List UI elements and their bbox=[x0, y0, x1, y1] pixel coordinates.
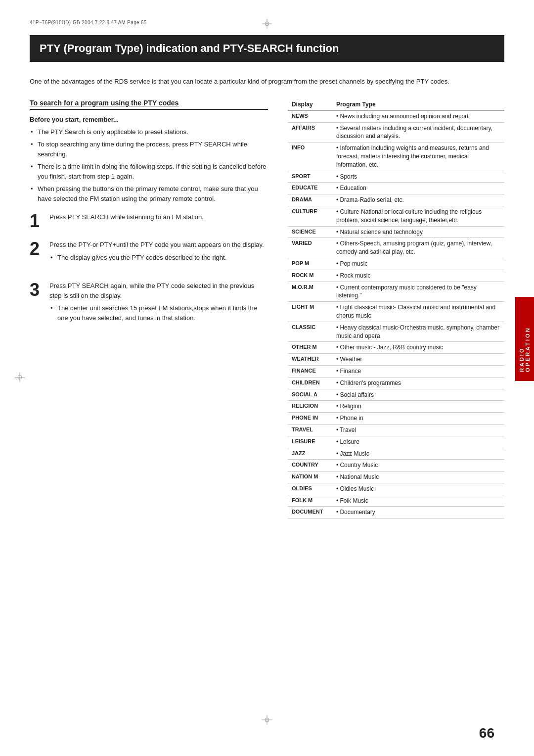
sub-heading: Before you start, remember... bbox=[30, 116, 268, 123]
description-cell: • Jazz Music bbox=[332, 448, 504, 460]
display-cell: OLDIES bbox=[288, 483, 332, 495]
table-row: OLDIES• Oldies Music bbox=[288, 483, 504, 495]
step-3-main: Press PTY SEARCH again, while the PTY co… bbox=[49, 281, 268, 300]
table-row: AFFAIRS• Several matters including a cur… bbox=[288, 122, 504, 142]
display-cell: NEWS bbox=[288, 110, 332, 122]
crosshair-top bbox=[262, 19, 272, 30]
display-cell: LEISURE bbox=[288, 436, 332, 448]
table-row: COUNTRY• Country Music bbox=[288, 460, 504, 472]
description-cell: • News including an announced opinion an… bbox=[332, 110, 504, 122]
step-3-sub-item: The center unit searches 15 preset FM st… bbox=[49, 303, 268, 323]
display-cell: LIGHT M bbox=[288, 302, 332, 322]
intro-text: One of the advantages of the RDS service… bbox=[30, 77, 475, 87]
table-row: JAZZ• Jazz Music bbox=[288, 448, 504, 460]
page-title: PTY (Program Type) indication and PTY-SE… bbox=[40, 42, 494, 55]
description-cell: • Children's programmes bbox=[332, 377, 504, 389]
description-cell: • Religion bbox=[332, 401, 504, 413]
col2-header: Program Type bbox=[332, 99, 504, 110]
page-number: 66 bbox=[479, 725, 494, 741]
display-cell: PHONE IN bbox=[288, 413, 332, 425]
display-cell: WEATHER bbox=[288, 354, 332, 366]
table-row: VARIED• Others-Speech, amusing program (… bbox=[288, 238, 504, 258]
display-cell: INFO bbox=[288, 142, 332, 171]
display-cell: CHILDREN bbox=[288, 377, 332, 389]
step-3-block: 3 Press PTY SEARCH again, while the PTY … bbox=[30, 281, 268, 331]
description-cell: • Rock music bbox=[332, 270, 504, 282]
table-row: CULTURE• Culture-National or local cultu… bbox=[288, 206, 504, 226]
step-1-content: Press PTY SEARCH while listenning to an … bbox=[49, 212, 268, 225]
display-cell: CULTURE bbox=[288, 206, 332, 226]
display-cell: FINANCE bbox=[288, 365, 332, 377]
table-row: NATION M• National Music bbox=[288, 472, 504, 483]
page-wrapper: 41P~76P(910HD)-GB 2004.7.22 8:47 AM Page… bbox=[0, 0, 534, 756]
display-cell: POP M bbox=[288, 258, 332, 270]
description-cell: • Drama-Radio serial, etc. bbox=[332, 194, 504, 206]
table-row: LIGHT M• Light classical music- Classica… bbox=[288, 302, 504, 322]
description-cell: • Oldies Music bbox=[332, 483, 504, 495]
step-2-content: Press the PTY-or PTY+until the PTY code … bbox=[49, 240, 268, 271]
table-row: FINANCE• Finance bbox=[288, 365, 504, 377]
display-cell: SCIENCE bbox=[288, 226, 332, 238]
display-cell: AFFAIRS bbox=[288, 122, 332, 142]
table-row: TRAVEL• Travel bbox=[288, 424, 504, 436]
table-row: SPORT• Sports bbox=[288, 171, 504, 183]
description-cell: • National Music bbox=[332, 472, 504, 483]
display-cell: NATION M bbox=[288, 472, 332, 483]
table-row: ROCK M• Rock music bbox=[288, 270, 504, 282]
step-1-main: Press PTY SEARCH while listenning to an … bbox=[49, 212, 268, 222]
display-cell: EDUCATE bbox=[288, 183, 332, 194]
crosshair-bottom bbox=[262, 715, 272, 726]
right-column: Display Program Type NEWS• News includin… bbox=[288, 99, 504, 519]
table-row: OTHER M• Other music - Jazz, R&B country… bbox=[288, 342, 504, 354]
description-cell: • Other music - Jazz, R&B country music bbox=[332, 342, 504, 354]
step-1-block: 1 Press PTY SEARCH while listenning to a… bbox=[30, 212, 268, 230]
display-cell: TRAVEL bbox=[288, 424, 332, 436]
display-cell: VARIED bbox=[288, 238, 332, 258]
description-cell: • Documentary bbox=[332, 507, 504, 519]
description-cell: • Sports bbox=[332, 171, 504, 183]
description-cell: • Social affairs bbox=[332, 389, 504, 401]
before-you-start-list: The PTY Search is only applicable to pre… bbox=[30, 127, 268, 204]
display-cell: RELIGION bbox=[288, 401, 332, 413]
description-cell: • Heavy classical music-Orchestra music,… bbox=[332, 322, 504, 342]
list-item: When pressing the buttons on the primary… bbox=[30, 184, 268, 203]
display-cell: CLASSIC bbox=[288, 322, 332, 342]
description-cell: • Finance bbox=[332, 365, 504, 377]
description-cell: • Information including weights and meas… bbox=[332, 142, 504, 171]
step-2-number: 2 bbox=[30, 240, 44, 258]
step-3-content: Press PTY SEARCH again, while the PTY co… bbox=[49, 281, 268, 331]
table-row: WEATHER• Weather bbox=[288, 354, 504, 366]
display-cell: FOLK M bbox=[288, 495, 332, 507]
step-2-sub-list: The display gives you the PTY codes desc… bbox=[49, 253, 268, 263]
crosshair-left bbox=[15, 373, 25, 384]
description-cell: • Several matters including a current in… bbox=[332, 122, 504, 142]
display-cell: OTHER M bbox=[288, 342, 332, 354]
list-item: There is a time limit in doing the follo… bbox=[30, 162, 268, 181]
description-cell: • Light classical music- Classical music… bbox=[332, 302, 504, 322]
table-row: RELIGION• Religion bbox=[288, 401, 504, 413]
table-row: FOLK M• Folk Music bbox=[288, 495, 504, 507]
table-row: NEWS• News including an announced opinio… bbox=[288, 110, 504, 122]
description-cell: • Country Music bbox=[332, 460, 504, 472]
table-row: DRAMA• Drama-Radio serial, etc. bbox=[288, 194, 504, 206]
search-section-heading: To search for a program using the PTY co… bbox=[30, 99, 268, 110]
step-2-main: Press the PTY-or PTY+until the PTY code … bbox=[49, 240, 268, 250]
display-cell: DRAMA bbox=[288, 194, 332, 206]
step-3-sub-list: The center unit searches 15 preset FM st… bbox=[49, 303, 268, 323]
display-cell: ROCK M bbox=[288, 270, 332, 282]
table-row: CLASSIC• Heavy classical music-Orchestra… bbox=[288, 322, 504, 342]
page-title-bar: PTY (Program Type) indication and PTY-SE… bbox=[30, 35, 504, 62]
description-cell: • Culture-National or local culture incl… bbox=[332, 206, 504, 226]
step-3-number: 3 bbox=[30, 281, 44, 299]
pty-table: Display Program Type NEWS• News includin… bbox=[288, 99, 504, 519]
col1-header: Display bbox=[288, 99, 332, 110]
description-cell: • Travel bbox=[332, 424, 504, 436]
table-row: SOCIAL A• Social affairs bbox=[288, 389, 504, 401]
display-cell: M.O.R.M bbox=[288, 282, 332, 302]
description-cell: • Others-Speech, amusing program (quiz, … bbox=[332, 238, 504, 258]
display-cell: DOCUMENT bbox=[288, 507, 332, 519]
list-item: The PTY Search is only applicable to pre… bbox=[30, 127, 268, 137]
table-row: INFO• Information including weights and … bbox=[288, 142, 504, 171]
table-row: POP M• Pop music bbox=[288, 258, 504, 270]
table-row: SCIENCE• Natural science and technology bbox=[288, 226, 504, 238]
